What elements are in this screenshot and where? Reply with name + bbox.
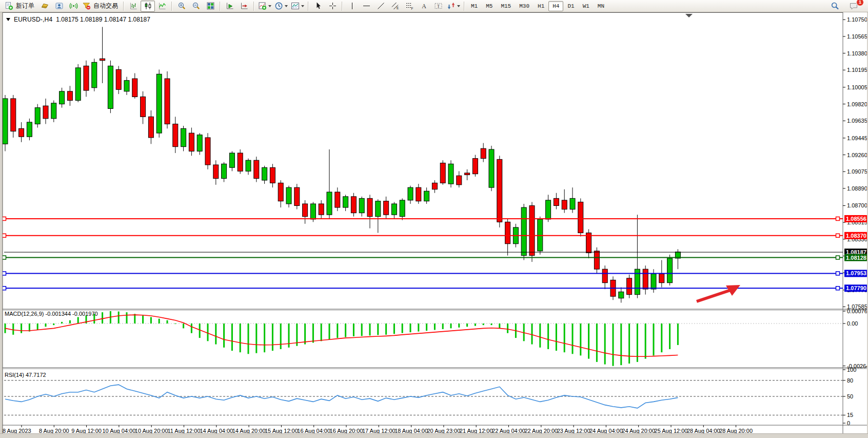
indicators-button[interactable] bbox=[257, 1, 273, 12]
svg-text:100: 100 bbox=[847, 367, 856, 373]
text-label-button[interactable]: T bbox=[431, 1, 445, 12]
candle bbox=[11, 99, 16, 131]
candle bbox=[594, 251, 599, 269]
candle bbox=[408, 187, 413, 200]
candle bbox=[3, 99, 8, 144]
chart-window: 1.107501.105651.103801.101951.100051.098… bbox=[0, 12, 868, 438]
timeframe-m1-button[interactable]: M1 bbox=[467, 1, 482, 11]
svg-text:1.10005: 1.10005 bbox=[847, 84, 867, 90]
svg-text:1.09445: 1.09445 bbox=[847, 135, 867, 141]
svg-text:1.07790: 1.07790 bbox=[846, 285, 866, 291]
candle bbox=[229, 153, 234, 167]
candle bbox=[310, 204, 315, 219]
indicators-icon bbox=[258, 2, 267, 10]
rsi-indicator-label: RSI(14) 47.7172 bbox=[5, 372, 46, 378]
candle bbox=[489, 149, 494, 187]
crosshair-button[interactable] bbox=[325, 1, 340, 12]
chevron-down-icon[interactable] bbox=[301, 5, 304, 7]
timeframe-m30-button[interactable]: M30 bbox=[515, 1, 534, 11]
timeframe-m15-button[interactable]: M15 bbox=[497, 1, 515, 11]
timeframe-h4-button[interactable]: H4 bbox=[548, 1, 563, 11]
market-watch-button[interactable] bbox=[37, 1, 52, 12]
chart-frame bbox=[3, 13, 843, 434]
cursor-button[interactable] bbox=[311, 1, 325, 12]
zoom-out-button[interactable] bbox=[189, 1, 203, 12]
svg-text:E: E bbox=[397, 6, 399, 10]
trendline-button[interactable] bbox=[373, 1, 388, 12]
new-order-button[interactable]: 新订单 bbox=[3, 1, 37, 12]
candle bbox=[578, 202, 583, 233]
candle bbox=[659, 274, 664, 283]
candle bbox=[602, 269, 607, 283]
line-handle bbox=[836, 272, 840, 275]
candle bbox=[197, 135, 202, 151]
candle bbox=[562, 200, 567, 210]
equidistant-channel-button[interactable]: E bbox=[388, 1, 402, 12]
timeframe-h1-button[interactable]: H1 bbox=[534, 1, 548, 11]
candle bbox=[254, 160, 259, 178]
mql5-community-button[interactable] bbox=[52, 1, 66, 12]
line-chart-button[interactable] bbox=[155, 1, 169, 12]
zoom-in-button[interactable] bbox=[174, 1, 189, 12]
chevron-down-icon[interactable] bbox=[457, 5, 460, 7]
candle bbox=[43, 106, 48, 119]
toolbar: 新订单自动交易EFAT M1M5M15M30H1H4D1W1MN 1 bbox=[0, 0, 868, 12]
text-button[interactable]: A bbox=[417, 1, 431, 12]
timeframe-d1-button[interactable]: D1 bbox=[563, 1, 578, 11]
chart-canvas[interactable]: 1.107501.105651.103801.101951.100051.098… bbox=[0, 12, 868, 438]
timeframe-mn-button[interactable]: MN bbox=[594, 1, 608, 11]
gold-bar-icon bbox=[41, 2, 49, 10]
line-handle bbox=[836, 217, 840, 220]
signals-button[interactable] bbox=[66, 1, 81, 12]
candle bbox=[181, 128, 186, 146]
timeframe-m5-button[interactable]: M5 bbox=[482, 1, 497, 11]
svg-text:1.10195: 1.10195 bbox=[847, 67, 867, 73]
tile-windows-button[interactable] bbox=[203, 1, 218, 12]
chat-button[interactable]: 1 bbox=[846, 1, 861, 12]
timeframe-w1-button[interactable]: W1 bbox=[579, 1, 594, 11]
candlestick-button[interactable] bbox=[141, 1, 155, 12]
signals-icon bbox=[69, 2, 78, 10]
candle bbox=[173, 124, 178, 146]
crosshair-icon bbox=[328, 2, 337, 10]
vertical-line-button[interactable] bbox=[345, 1, 359, 12]
chevron-down-icon[interactable] bbox=[285, 5, 288, 7]
svg-text:1.10565: 1.10565 bbox=[847, 33, 867, 40]
svg-text:1.08890: 1.08890 bbox=[847, 185, 867, 192]
candle bbox=[440, 163, 445, 183]
chevron-down-icon[interactable] bbox=[268, 5, 271, 7]
bar-chart-button[interactable] bbox=[126, 1, 141, 12]
svg-text:50: 50 bbox=[847, 393, 853, 399]
new-order-icon bbox=[5, 2, 13, 10]
toolbar-buttons: 新订单自动交易EFAT bbox=[3, 1, 467, 12]
candle bbox=[35, 108, 40, 124]
collapse-icon[interactable] bbox=[6, 18, 10, 21]
auto-scroll-button[interactable] bbox=[223, 1, 237, 12]
arrows-button[interactable] bbox=[445, 1, 462, 12]
candle bbox=[148, 117, 153, 138]
candle bbox=[141, 97, 146, 117]
candle bbox=[156, 74, 162, 133]
fibonacci-button[interactable]: F bbox=[402, 1, 417, 12]
autotrading-button[interactable]: 自动交易 bbox=[81, 1, 121, 12]
periods-button[interactable] bbox=[273, 1, 289, 12]
horizontal-line-button[interactable] bbox=[359, 1, 373, 12]
svg-text:1.09820: 1.09820 bbox=[847, 101, 867, 107]
candle bbox=[75, 68, 81, 101]
candle bbox=[165, 79, 170, 124]
candle bbox=[327, 192, 332, 215]
candle bbox=[367, 198, 372, 216]
candle bbox=[384, 201, 389, 215]
line-chart-icon bbox=[158, 2, 167, 10]
community-icon bbox=[55, 2, 64, 10]
candle bbox=[19, 128, 24, 137]
candle bbox=[376, 201, 381, 217]
templates-button[interactable] bbox=[289, 1, 306, 12]
candle bbox=[667, 258, 673, 283]
candle bbox=[448, 164, 453, 184]
search-button[interactable] bbox=[828, 1, 842, 12]
candle bbox=[570, 198, 575, 209]
chart-shift-button[interactable] bbox=[237, 1, 251, 12]
toolbar-separator bbox=[308, 2, 309, 11]
svg-text:1.08370: 1.08370 bbox=[846, 233, 866, 239]
